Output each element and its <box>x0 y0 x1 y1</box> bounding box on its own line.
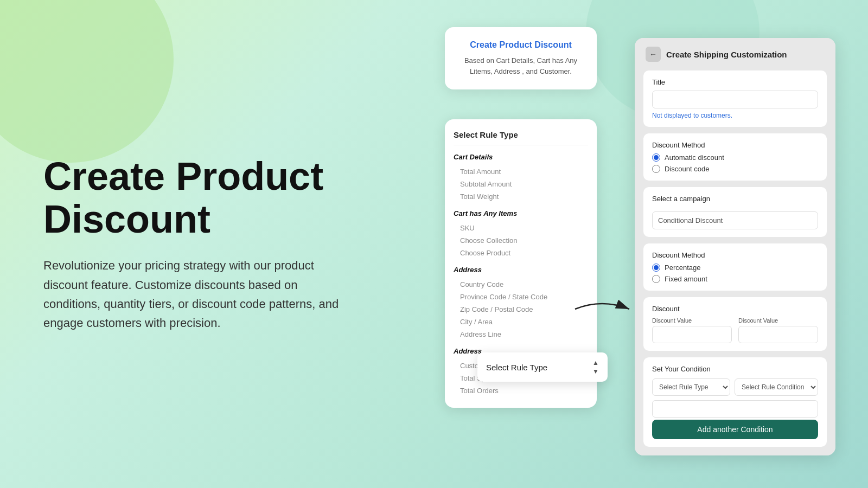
bg-circle-left <box>0 0 174 163</box>
group-address-1: Address <box>454 266 588 274</box>
discount-method-1-radio-group: Automatic discount Discount code <box>652 153 818 173</box>
radio-discount-code[interactable]: Discount code <box>652 165 818 173</box>
condition-section: Set Your Condition Select Rule Type Sele… <box>643 357 827 447</box>
back-button[interactable]: ← <box>646 47 661 62</box>
add-condition-button[interactable]: Add another Condition <box>652 420 818 439</box>
campaign-section: Select a campaign <box>643 187 827 237</box>
discount-value-label-2: Discount Value <box>738 317 818 324</box>
rule-item-country-code[interactable]: Country Code <box>454 278 588 291</box>
radio-discount-code-input[interactable] <box>652 165 660 173</box>
info-card-title: Create Product Discount <box>456 40 586 50</box>
radio-discount-code-label: Discount code <box>665 165 709 173</box>
discount-values-row: Discount Value Discount Value <box>652 317 818 343</box>
radio-fixed-amount-label: Fixed amount <box>665 275 707 283</box>
floating-dropdown-label: Select Rule Type <box>486 363 547 372</box>
floating-rule-type-dropdown[interactable]: Select Rule Type ▲ ▼ <box>477 352 608 382</box>
discount-col-2: Discount Value <box>738 317 818 343</box>
group-cart-any-items: Cart has Any Items <box>454 209 588 217</box>
discount-method-section-1: Discount Method Automatic discount Disco… <box>643 133 827 181</box>
rule-type-header: Select Rule Type <box>454 130 588 145</box>
rule-item-total-orders[interactable]: Total Orders <box>454 384 588 397</box>
arrow-pointer <box>570 293 635 325</box>
discount-method-2-radio-group: Percentage Fixed amount <box>652 264 818 283</box>
radio-fixed-amount-input[interactable] <box>652 275 660 283</box>
radio-percentage-label: Percentage <box>665 264 701 272</box>
radio-percentage[interactable]: Percentage <box>652 264 818 272</box>
rule-item-total-amount[interactable]: Total Amount <box>454 165 588 178</box>
not-displayed-text: Not displayed to customers. <box>652 112 818 119</box>
title-input[interactable] <box>652 91 818 108</box>
radio-percentage-input[interactable] <box>652 264 660 272</box>
shipping-panel-body: Title Not displayed to customers. Discou… <box>635 70 835 455</box>
discount-section: Discount Discount Value Discount Value <box>643 297 827 351</box>
rule-item-sku[interactable]: SKU <box>454 222 588 234</box>
discount-method-2-label: Discount Method <box>652 251 818 259</box>
info-card-description: Based on Cart Details, Cart has Any Lite… <box>456 55 586 76</box>
radio-automatic-discount[interactable]: Automatic discount <box>652 153 818 162</box>
discount-value-input-2[interactable] <box>738 326 818 343</box>
page-title: Create Product Discount <box>43 155 347 241</box>
rule-item-address-line[interactable]: Address Line <box>454 328 588 341</box>
rule-item-zip-code[interactable]: Zip Code / Postal Code <box>454 303 588 316</box>
rule-item-province-code[interactable]: Province Code / State Code <box>454 291 588 303</box>
title-label: Title <box>652 78 818 86</box>
condition-controls-row: Select Rule Type Select Rule Condition <box>652 378 818 396</box>
radio-automatic-label: Automatic discount <box>665 153 724 162</box>
radio-fixed-amount[interactable]: Fixed amount <box>652 275 818 283</box>
condition-value-input[interactable] <box>652 400 818 418</box>
page-description: Revolutionize your pricing strategy with… <box>43 256 347 333</box>
shipping-panel-title: Create Shipping Customization <box>666 50 787 59</box>
rule-item-choose-product[interactable]: Choose Product <box>454 247 588 259</box>
campaign-input[interactable] <box>652 211 818 229</box>
hero-section: Create Product Discount Revolutionize yo… <box>43 155 347 332</box>
discount-method-section-2: Discount Method Percentage Fixed amount <box>643 243 827 291</box>
group-cart-details: Cart Details <box>454 153 588 161</box>
shipping-customization-panel: ← Create Shipping Customization Title No… <box>635 38 835 455</box>
condition-label: Set Your Condition <box>652 365 818 373</box>
shipping-panel-header: ← Create Shipping Customization <box>635 38 835 70</box>
campaign-label: Select a campaign <box>652 195 818 203</box>
panels-area: Create Product Discount Based on Cart De… <box>445 27 835 472</box>
discount-value-input-1[interactable] <box>652 326 732 343</box>
rule-condition-select[interactable]: Select Rule Condition <box>735 378 818 396</box>
dropdown-arrows-icon: ▲ ▼ <box>592 359 599 375</box>
discount-method-1-label: Discount Method <box>652 141 818 149</box>
rule-item-city-area[interactable]: City / Area <box>454 316 588 328</box>
rule-type-select[interactable]: Select Rule Type <box>652 378 730 396</box>
rule-item-total-weight[interactable]: Total Weight <box>454 190 588 203</box>
rule-item-choose-collection[interactable]: Choose Collection <box>454 234 588 247</box>
discount-col-1: Discount Value <box>652 317 732 343</box>
title-section: Title Not displayed to customers. <box>643 70 827 127</box>
info-card: Create Product Discount Based on Cart De… <box>445 27 597 89</box>
radio-automatic-input[interactable] <box>652 153 660 162</box>
discount-value-label-1: Discount Value <box>652 317 732 324</box>
discount-label: Discount <box>652 305 818 313</box>
rule-item-subtotal-amount[interactable]: Subtotal Amount <box>454 178 588 190</box>
